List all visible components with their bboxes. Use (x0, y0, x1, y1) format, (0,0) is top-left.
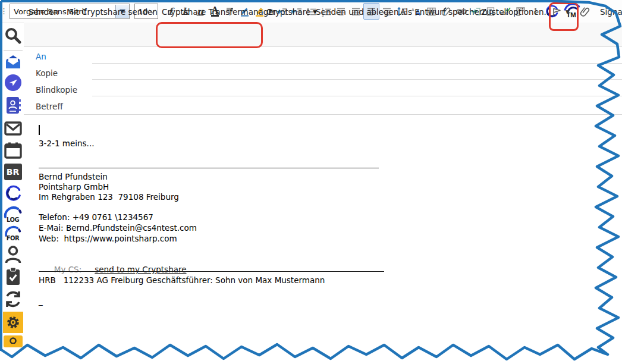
signature-email: E-Mai: Bernd.Pfundstein@cs4ntest.com (39, 223, 197, 233)
sidebar-cryptshare-button[interactable] (4, 184, 22, 202)
signature-button[interactable]: Signa (600, 0, 622, 24)
sidebar-inbox-button[interactable] (5, 54, 21, 70)
send-with-cryptshare-button[interactable]: Mit Cryptshare senden (67, 0, 158, 24)
sidebar-search-button[interactable] (4, 27, 23, 46)
mycs-label: My CS: (54, 265, 81, 274)
cryptshare-logo-icon (4, 184, 22, 202)
envelope-icon (4, 121, 22, 136)
sync-arrows-icon (4, 290, 23, 309)
toolbar-grip-handle[interactable]: ⋮ (0, 8, 7, 14)
settings-highlight (3, 312, 23, 333)
signature-company: Pointsharp GmbH (39, 182, 109, 192)
cryptshare-transfermanager-button[interactable]: Cryptshare Transfermanager (162, 0, 277, 24)
signature-web: Web: https://www.pointsharp.com (39, 234, 177, 244)
signature-address: Im Rehgraben 123 79108 Freiburg (39, 192, 179, 202)
sidebar-contacts-button[interactable] (5, 96, 21, 115)
sidebar-settings-button[interactable] (3, 312, 23, 333)
sidebar-cryptshare-for-button[interactable]: FOR (4, 225, 23, 241)
signature-hrb: HRB 112233 AG Freiburg Geschäftsführer: … (39, 275, 325, 285)
signature-divider-bottom (39, 271, 384, 272)
sidebar-sync-button[interactable] (4, 290, 23, 309)
gear-icon (5, 314, 21, 331)
body-message-line: 3-2-1 meins... (39, 139, 94, 149)
attach-button[interactable] (580, 0, 590, 24)
sidebar: BR LOG FOR (2, 24, 24, 364)
sidebar-mail-button[interactable] (4, 121, 22, 136)
action-bar (24, 23, 622, 47)
person-icon (4, 245, 22, 264)
send-to-my-cryptshare-link[interactable]: send to my Cryptshare (95, 265, 186, 274)
cc-field-label[interactable]: Kopie (36, 68, 58, 78)
sidebar-cryptshare-log-button[interactable]: LOG (4, 205, 23, 223)
open-envelope-icon (5, 54, 21, 70)
bcc-field-label[interactable]: Blindkopie (36, 85, 77, 95)
bcc-field-input[interactable] (95, 84, 616, 97)
send-plane-icon (4, 74, 22, 92)
signature-phone: Telefon: +49 0761 \1234567 (39, 212, 153, 222)
header-body-divider (24, 114, 622, 115)
text-cursor (39, 125, 40, 135)
cc-field-input[interactable] (95, 67, 616, 80)
paperclip-icon (580, 7, 590, 17)
delivery-options-button[interactable]: Zustelloptionen... (481, 0, 551, 24)
subject-field-input[interactable] (95, 101, 616, 114)
send-and-file-button[interactable]: Senden und ablegen... (316, 0, 406, 24)
sidebar-calendar-button[interactable] (4, 142, 22, 159)
subject-field-label[interactable]: Betreff (36, 102, 63, 111)
signature-divider-top (39, 168, 379, 168)
sidebar-br-workspace-button[interactable]: BR (4, 164, 22, 180)
to-field-label[interactable]: An (36, 52, 46, 61)
trailing-underscore: _ (39, 296, 43, 306)
email-compose-window: ⋮ Vorgabe Sans Serif 10 f k u A (0, 0, 622, 364)
br-badge: BR (4, 164, 22, 180)
sidebar-partial-button[interactable] (4, 335, 23, 347)
send-button[interactable]: Senden (29, 0, 59, 24)
search-icon (4, 27, 23, 46)
partial-icon (4, 335, 23, 347)
sidebar-profile-button[interactable] (4, 245, 22, 264)
clipboard-check-icon (5, 267, 21, 286)
flag-dropdown-caret-icon: ▼ (566, 9, 570, 15)
save-as-draft-button[interactable]: Als Entwurf speichern (400, 0, 488, 24)
sidebar-divider (4, 50, 23, 51)
cryptshare-menu-button[interactable]: Cryptshare▼ (266, 0, 317, 24)
sidebar-send-button[interactable] (4, 74, 22, 92)
sidebar-tasks-button[interactable] (5, 267, 21, 286)
to-field-input[interactable] (95, 51, 616, 64)
signature-name: Bernd Pfundstein (39, 172, 108, 182)
contacts-book-icon (5, 96, 21, 115)
flag-button[interactable]: ▼ (552, 0, 570, 24)
flag-icon (552, 7, 563, 17)
calendar-icon (4, 142, 22, 159)
